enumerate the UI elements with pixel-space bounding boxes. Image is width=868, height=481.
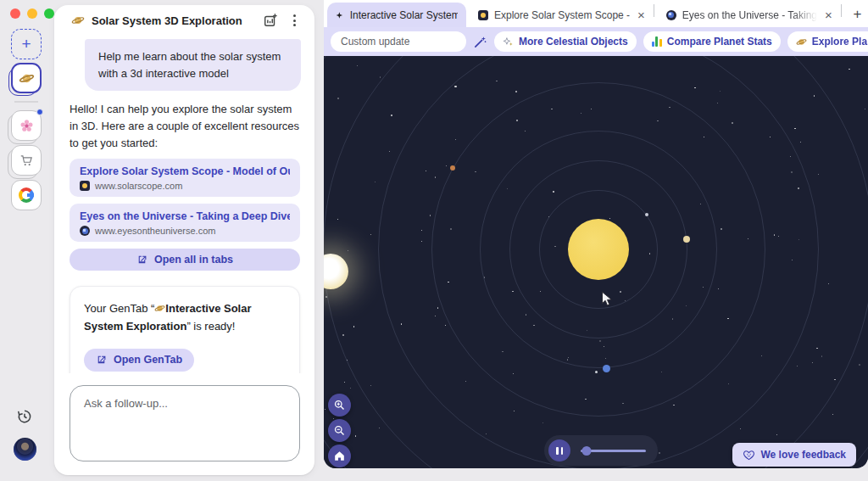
open-in-new-icon [96, 355, 107, 366]
sparkle-star-icon [336, 10, 343, 20]
more-menu-button[interactable] [286, 12, 303, 29]
solarscope-favicon [80, 181, 90, 191]
eyes-universe-favicon [666, 10, 676, 20]
history-icon [16, 408, 33, 425]
link-title[interactable]: Eyes on the Universe - Taking a Deep Div… [80, 210, 290, 222]
zoom-in-button[interactable] [328, 394, 351, 417]
planet-pale-yellow[interactable] [683, 236, 690, 243]
pause-icon [556, 447, 559, 455]
link-card-eyes-universe[interactable]: Eyes on the Universe - Taking a Deep Div… [70, 204, 300, 242]
zoom-out-button[interactable] [328, 419, 351, 442]
rail-tab-gentab-active[interactable] [11, 63, 42, 93]
chat-side-panel: Solar System 3D Exploration Help me lear… [54, 5, 314, 475]
profile-avatar[interactable] [14, 438, 36, 461]
heart-smile-icon [743, 449, 755, 461]
planet-blue[interactable] [603, 365, 610, 372]
rail-divider [14, 101, 38, 103]
more-celestial-objects-button[interactable]: More Celestial Objects [494, 31, 637, 52]
pause-icon [561, 447, 564, 455]
maximize-window-button[interactable] [44, 8, 54, 19]
magic-wand-icon [473, 35, 487, 49]
follow-up-input[interactable] [70, 385, 300, 461]
gentab-ready-text: Your GenTab “Interactive Solar System Ex… [84, 300, 286, 334]
chat-scroll-area[interactable]: Help me learn about the solar system wit… [54, 36, 314, 373]
compare-planet-stats-button[interactable]: Compare Planet Stats [643, 31, 781, 52]
history-button[interactable] [16, 408, 35, 427]
open-in-tab-button[interactable] [262, 12, 279, 29]
speed-slider[interactable] [581, 445, 646, 456]
zoom-in-icon [333, 399, 346, 411]
tab-divider [841, 4, 842, 17]
planet-icon [19, 70, 35, 87]
rail-tab-flower[interactable] [11, 110, 42, 141]
traffic-lights [5, 3, 59, 24]
plus-icon: + [21, 35, 31, 53]
time-control-bar [544, 435, 658, 466]
home-view-button[interactable] [328, 445, 351, 467]
tab-eyes-on-universe[interactable]: Eyes on the Universe - Taking × [654, 3, 841, 27]
browser-tab-strip: Interactive Solar System Explor... Explo… [324, 0, 868, 27]
composer [70, 385, 300, 461]
cart-icon [19, 154, 34, 168]
notification-dot [36, 109, 43, 115]
slider-thumb[interactable] [581, 446, 591, 456]
zoom-out-icon [333, 424, 346, 437]
bar-chart-icon [652, 36, 662, 47]
new-tab-rail-button[interactable]: + [11, 29, 42, 59]
flower-icon [19, 119, 34, 133]
sun[interactable] [568, 219, 629, 280]
pill-label: Compare Planet Stats [667, 36, 772, 48]
planet-orange[interactable] [450, 165, 455, 171]
pill-label: More Celestial Objects [519, 36, 628, 48]
open-all-label: Open all in tabs [154, 254, 233, 266]
moon-dot[interactable] [595, 371, 598, 373]
close-tab-icon[interactable]: × [636, 8, 647, 21]
open-gentab-button[interactable]: Open GenTab [84, 349, 194, 372]
solar-system-canvas[interactable]: We love feedback [324, 56, 868, 468]
planet-small-gray[interactable] [645, 213, 648, 216]
google-logo-icon [19, 187, 34, 203]
tab-interactive-solar-system[interactable]: Interactive Solar System Explor... [327, 3, 466, 27]
plus-icon: + [853, 6, 861, 23]
sparkles-icon [503, 36, 514, 48]
close-tab-icon[interactable]: × [823, 8, 834, 21]
tab-solar-system-scope[interactable]: Explore Solar System Scope - × [466, 3, 654, 27]
open-all-in-tabs-button[interactable]: Open all in tabs [70, 249, 300, 271]
close-window-button[interactable] [10, 8, 20, 19]
rail-tab-cart[interactable] [11, 145, 42, 176]
gentab-toolbar: More Celestial Objects Compare Planet St… [324, 27, 868, 56]
new-tab-button[interactable]: + [847, 3, 868, 25]
feedback-label: We love feedback [761, 449, 847, 461]
solarscope-favicon [478, 10, 488, 20]
chat-header: Solar System 3D Exploration [54, 5, 314, 36]
minimize-window-button[interactable] [27, 8, 37, 19]
link-url: www.eyesontheuniverse.com [95, 226, 215, 236]
link-title[interactable]: Explore Solar System Scope - Model of Ou… [80, 165, 290, 177]
mouse-cursor-icon [601, 291, 615, 307]
scene-layer [324, 56, 868, 468]
custom-update-input[interactable] [331, 31, 466, 52]
gentab-ready-card: Your GenTab “Interactive Solar System Ex… [70, 286, 300, 373]
rail-tab-google[interactable] [11, 180, 42, 210]
explore-planet-surface-button[interactable]: Explore Planet Surface [787, 31, 868, 52]
chat-title: Solar System 3D Exploration [92, 14, 255, 27]
eyes-universe-favicon [80, 226, 90, 236]
user-message-bubble: Help me learn about the solar system wit… [85, 39, 301, 91]
planet-icon [796, 36, 807, 48]
assistant-message: Hello! I can help you explore the solar … [70, 101, 300, 152]
planet-icon [154, 303, 165, 314]
open-gentab-label: Open GenTab [114, 354, 182, 366]
pause-button[interactable] [548, 439, 570, 461]
feedback-button[interactable]: We love feedback [732, 443, 857, 467]
pill-label: Explore Planet Surface [812, 36, 868, 48]
kebab-menu-icon [293, 14, 296, 26]
tab-label: Interactive Solar System Explor... [350, 9, 458, 21]
link-card-solarscope[interactable]: Explore Solar System Scope - Model of Ou… [70, 159, 300, 197]
link-url: www.solarscope.com [95, 181, 182, 191]
vertical-tab-rail: + [0, 0, 53, 481]
open-in-tab-icon [263, 13, 278, 28]
tab-label: Eyes on the Universe - Taking [682, 9, 817, 21]
magic-wand-button[interactable] [473, 32, 487, 51]
open-in-new-icon [136, 254, 147, 266]
tab-label: Explore Solar System Scope - [494, 9, 630, 21]
